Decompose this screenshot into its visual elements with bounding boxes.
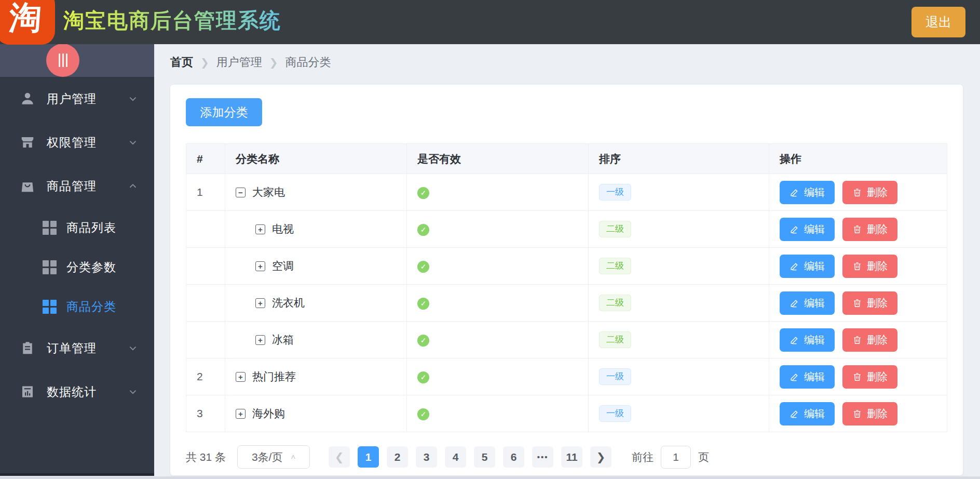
level-badge: 一级	[599, 184, 631, 201]
edit-button[interactable]: 编辑	[780, 218, 835, 241]
add-category-button[interactable]: 添加分类	[186, 98, 262, 126]
trash-icon	[852, 298, 862, 308]
pencil-icon	[790, 335, 799, 345]
product-management-submenu: 商品列表 分类参数 商品分类	[0, 208, 154, 326]
cell-index	[186, 211, 225, 248]
chevron-right-icon: ❯	[200, 56, 209, 69]
sidebar-item-label: 用户管理	[47, 91, 127, 107]
expand-node-icon[interactable]: +	[255, 298, 265, 308]
chevron-down-icon	[127, 93, 139, 104]
sidebar-top-strip	[0, 44, 154, 77]
collapse-node-icon[interactable]: −	[236, 188, 246, 197]
category-tree-node: +冰箱	[255, 332, 406, 347]
category-name: 洗衣机	[272, 296, 305, 310]
expand-node-icon[interactable]: +	[236, 409, 246, 419]
previous-page-button[interactable]: ❮	[329, 446, 350, 468]
edit-button[interactable]: 编辑	[780, 255, 835, 278]
sidebar-collapse-toggle[interactable]	[46, 44, 79, 77]
table-row: +空调✓二级编辑删除	[186, 248, 947, 285]
page-button-3[interactable]: 3	[416, 446, 437, 468]
chevron-up-icon	[127, 180, 139, 192]
page-size-select[interactable]: 3条/页 ˄	[237, 445, 310, 469]
chevron-down-icon	[127, 386, 139, 397]
app-header: 淘 淘宝电商后台管理系统 退出	[0, 0, 980, 44]
level-badge: 二级	[599, 295, 631, 311]
delete-button[interactable]: 删除	[842, 365, 897, 389]
edit-button[interactable]: 编辑	[780, 328, 835, 352]
level-badge: 一级	[599, 405, 631, 422]
sidebar-item-product-categories[interactable]: 商品分类	[0, 287, 154, 326]
grid-icon	[43, 221, 56, 234]
table-row: 2+热门推荐✓一级编辑删除	[186, 358, 947, 395]
category-name: 冰箱	[272, 332, 294, 347]
delete-button[interactable]: 删除	[842, 402, 897, 425]
sidebar-item-category-params[interactable]: 分类参数	[0, 247, 154, 287]
valid-check-icon: ✓	[417, 298, 429, 310]
column-header-actions: 操作	[769, 144, 947, 174]
delete-button[interactable]: 删除	[842, 328, 897, 352]
breadcrumb-user-management[interactable]: 用户管理	[216, 55, 262, 70]
page-button-4[interactable]: 4	[445, 446, 466, 468]
page-button-5[interactable]: 5	[474, 446, 495, 468]
expand-node-icon[interactable]: +	[255, 261, 265, 271]
expand-node-icon[interactable]: +	[255, 335, 265, 345]
page-button-11[interactable]: 11	[561, 446, 582, 468]
more-pages-button[interactable]: •••	[532, 446, 553, 468]
level-badge: 二级	[599, 258, 631, 274]
pagination: 共 31 条 3条/页 ˄ ❮ 123456•••11 ❯ 前往 页	[186, 445, 947, 469]
pencil-icon	[790, 409, 799, 419]
categories-table: # 分类名称 是否有效 排序 操作 1−大家电✓一级编辑删除+电视✓二级编辑删除…	[186, 143, 947, 432]
edit-button[interactable]: 编辑	[780, 291, 835, 315]
delete-button[interactable]: 删除	[842, 291, 897, 315]
breadcrumb: 首页 ❯ 用户管理 ❯ 商品分类	[154, 44, 980, 81]
table-row: +冰箱✓二级编辑删除	[186, 322, 947, 358]
page-button-2[interactable]: 2	[387, 446, 408, 468]
expand-node-icon[interactable]: +	[255, 224, 265, 234]
category-tree-node: +海外购	[236, 406, 406, 421]
table-row: +洗衣机✓二级编辑删除	[186, 285, 947, 322]
goto-label: 前往	[632, 450, 654, 464]
taobao-logo: 淘	[0, 0, 55, 45]
breadcrumb-home[interactable]: 首页	[170, 55, 193, 70]
sidebar-item-user-management[interactable]: 用户管理	[0, 77, 154, 121]
edit-button[interactable]: 编辑	[780, 181, 835, 204]
submenu-item-label: 商品分类	[66, 299, 116, 315]
goto-page-input[interactable]	[661, 446, 691, 469]
column-header-index: #	[186, 144, 225, 174]
delete-button[interactable]: 删除	[842, 255, 897, 278]
sidebar-item-product-management[interactable]: 商品管理	[0, 164, 154, 208]
column-header-valid: 是否有效	[407, 144, 589, 174]
logout-button[interactable]: 退出	[911, 7, 965, 37]
goto-suffix: 页	[698, 450, 709, 464]
sidebar-item-order-management[interactable]: 订单管理	[0, 326, 154, 370]
cell-index: 1	[186, 174, 225, 211]
trash-icon	[852, 188, 862, 197]
category-tree-node: +空调	[255, 259, 406, 273]
edit-button[interactable]: 编辑	[780, 365, 835, 389]
grid-icon	[43, 260, 56, 274]
next-page-button[interactable]: ❯	[590, 446, 611, 468]
sidebar-item-label: 订单管理	[47, 340, 127, 356]
edit-button[interactable]: 编辑	[780, 402, 835, 425]
pagination-total: 共 31 条	[186, 450, 226, 464]
content-card: 添加分类 # 分类名称 是否有效 排序 操作 1−大家电✓一级编辑删除+电视✓二…	[170, 85, 963, 475]
sidebar-item-permission-management[interactable]: 权限管理	[0, 121, 154, 164]
delete-button[interactable]: 删除	[842, 218, 897, 241]
page-button-1[interactable]: 1	[358, 446, 379, 468]
expand-node-icon[interactable]: +	[236, 372, 246, 382]
sidebar-item-data-statistics[interactable]: 数据统计	[0, 370, 154, 414]
table-row: +电视✓二级编辑删除	[186, 211, 947, 248]
trash-icon	[852, 409, 862, 419]
page-button-6[interactable]: 6	[503, 446, 524, 468]
level-badge: 一级	[599, 368, 631, 385]
trash-icon	[852, 335, 862, 345]
sidebar-item-product-list[interactable]: 商品列表	[0, 208, 154, 247]
chevron-down-icon	[127, 342, 139, 354]
column-header-name: 分类名称	[225, 144, 407, 174]
delete-button[interactable]: 删除	[842, 181, 897, 204]
triple-bar-icon	[59, 54, 60, 67]
trash-icon	[852, 224, 862, 234]
category-name: 空调	[272, 259, 294, 273]
table-row: 3+海外购✓一级编辑删除	[186, 395, 947, 432]
category-tree-node: −大家电	[236, 185, 406, 199]
